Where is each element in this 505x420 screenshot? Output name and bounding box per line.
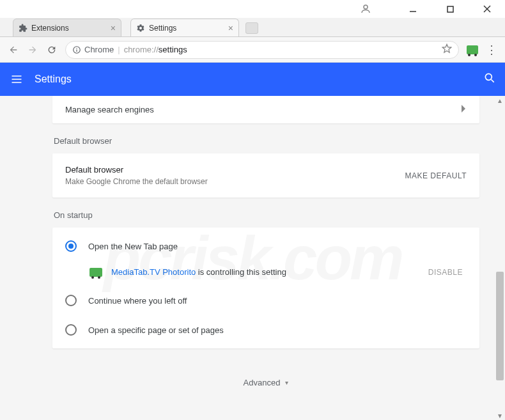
startup-option-label: Continue where you left off: [88, 296, 187, 306]
close-window-button[interactable]: [474, 0, 500, 18]
disable-extension-button[interactable]: DISABLE: [428, 268, 467, 277]
svg-line-9: [492, 80, 494, 82]
extension-toolbar-icon[interactable]: [467, 45, 478, 54]
controlling-extension-link[interactable]: MediaTab.TV Photorito: [111, 267, 196, 277]
maximize-button[interactable]: [437, 0, 463, 18]
scrollbar-down-arrow[interactable]: ▼: [497, 412, 503, 419]
make-default-button[interactable]: MAKE DEFAULT: [405, 171, 467, 180]
scrollbar-up-arrow[interactable]: ▲: [497, 97, 503, 104]
radio-checked-icon[interactable]: [65, 240, 77, 252]
tab-label: Extensions: [31, 24, 69, 33]
address-bar[interactable]: Chrome | chrome://settings: [65, 41, 459, 59]
gear-icon: [136, 24, 145, 33]
manage-search-engines-card[interactable]: Manage search engines: [52, 96, 479, 123]
tab-extensions[interactable]: Extensions ×: [13, 19, 121, 36]
tab-close-icon[interactable]: ×: [228, 24, 233, 33]
radio-unchecked-icon[interactable]: [65, 295, 77, 306]
extension-icon: [89, 268, 102, 277]
startup-option-specific[interactable]: Open a specific page or set of pages: [52, 315, 479, 345]
reload-button[interactable]: [46, 44, 58, 56]
svg-point-0: [364, 5, 368, 9]
forward-button[interactable]: [27, 44, 38, 56]
scrollbar-thumb[interactable]: [496, 272, 504, 380]
advanced-label: Advanced: [244, 378, 281, 387]
tab-strip: Extensions × Settings ×: [0, 18, 505, 37]
chrome-menu-button[interactable]: ⋮: [486, 43, 497, 57]
address-url: chrome://settings: [124, 45, 187, 54]
startup-option-newtab[interactable]: Open the New Tab page: [52, 231, 479, 261]
on-startup-section-label: On startup: [54, 210, 479, 220]
default-browser-section-label: Default browser: [54, 136, 479, 146]
back-button[interactable]: [8, 44, 19, 56]
site-info-icon[interactable]: Chrome: [72, 45, 114, 54]
tab-label: Settings: [149, 24, 176, 33]
radio-unchecked-icon[interactable]: [65, 324, 77, 336]
puzzle-icon: [19, 24, 27, 33]
default-browser-subtitle: Make Google Chrome the default browser: [65, 177, 208, 186]
advanced-toggle[interactable]: Advanced ▾: [52, 361, 479, 404]
svg-point-6: [76, 47, 77, 48]
extension-controlling-row: MediaTab.TV Photorito is controlling thi…: [52, 261, 479, 286]
default-browser-card: Default browser Make Google Chrome the d…: [52, 153, 479, 198]
hamburger-menu-button[interactable]: [9, 72, 24, 87]
default-browser-title: Default browser: [65, 165, 208, 175]
settings-search-button[interactable]: [483, 72, 496, 87]
profile-icon[interactable]: [353, 0, 378, 18]
on-startup-card: Open the New Tab page MediaTab.TV Photor…: [52, 228, 479, 348]
window-titlebar: [0, 0, 505, 18]
startup-option-continue[interactable]: Continue where you left off: [52, 286, 479, 315]
tab-settings[interactable]: Settings ×: [130, 19, 239, 36]
svg-point-8: [485, 74, 492, 80]
bookmark-star-icon[interactable]: [442, 43, 452, 56]
svg-rect-2: [447, 6, 453, 12]
minimize-button[interactable]: [400, 0, 426, 18]
chevron-down-icon: ▾: [285, 379, 288, 386]
address-origin: Chrome: [84, 45, 114, 54]
new-tab-button[interactable]: [245, 22, 258, 34]
chevron-right-icon: [462, 105, 467, 114]
startup-option-label: Open a specific page or set of pages: [88, 325, 224, 335]
settings-content: pcrisk.com Manage search engines Default…: [0, 96, 505, 420]
toolbar: Chrome | chrome://settings ⋮: [0, 37, 505, 63]
manage-search-engines-label: Manage search engines: [65, 105, 154, 114]
startup-option-label: Open the New Tab page: [88, 242, 178, 251]
tab-close-icon[interactable]: ×: [111, 24, 116, 33]
page-title: Settings: [35, 74, 72, 85]
settings-header: Settings: [0, 63, 505, 96]
svg-rect-7: [76, 49, 77, 52]
